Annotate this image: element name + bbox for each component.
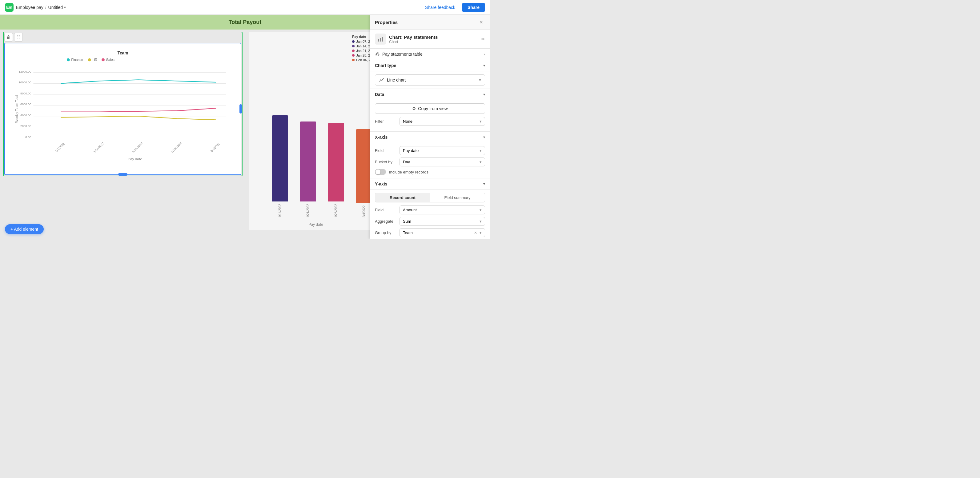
- chart-name: Chart: Pay statements: [389, 35, 438, 40]
- svg-text:1/28/2022: 1/28/2022: [170, 141, 182, 154]
- properties-panel: Properties × Chart: Pay statements: [370, 15, 490, 239]
- svg-text:1/14/2022: 1/14/2022: [93, 141, 105, 154]
- x-axis-title: X-axis: [375, 135, 388, 140]
- empty-records-row: Include empty records: [375, 169, 485, 175]
- bucket-row: Bucket by Day ▾: [375, 157, 485, 167]
- svg-text:1/21/2022: 1/21/2022: [131, 141, 143, 154]
- svg-point-3: [88, 59, 91, 62]
- filter-dropdown-icon: ▾: [479, 119, 482, 124]
- xaxis-field-label: Field: [375, 148, 399, 153]
- chart-widget[interactable]: Team Finance HR Sales 12000.00 10000.00 …: [4, 43, 241, 175]
- aggregate-label: Aggregate: [375, 219, 399, 224]
- svg-text:0.00: 0.00: [25, 135, 32, 139]
- filter-select[interactable]: None ▾: [399, 117, 485, 126]
- app-icon: Em: [5, 3, 14, 12]
- panel-header: Properties ×: [370, 15, 490, 30]
- x-axis-section-header[interactable]: X-axis ▾: [370, 132, 490, 143]
- share-button[interactable]: Share: [462, 3, 485, 12]
- bar-item-3: 1/28/2022: [324, 123, 348, 218]
- panel-title: Properties: [375, 20, 398, 25]
- y-axis-title: Y-axis: [375, 181, 387, 186]
- edit-chart-name-button[interactable]: ✏: [481, 37, 485, 41]
- empty-records-label: Include empty records: [389, 170, 428, 175]
- svg-text:4000.00: 4000.00: [20, 113, 32, 117]
- chart-type-chevron: ▾: [483, 64, 485, 68]
- data-section-content: ⚙ Copy from view Filter None ▾: [370, 100, 490, 132]
- chart-toolbar: 🗑 ⠿: [4, 33, 241, 41]
- svg-text:2/4/2022: 2/4/2022: [210, 142, 220, 153]
- xaxis-field-chevron: ▾: [479, 148, 482, 153]
- copy-from-view-button[interactable]: ⚙ Copy from view: [375, 103, 485, 114]
- panel-close-button[interactable]: ×: [478, 19, 485, 26]
- topbar-right: Share feedback Share: [422, 3, 485, 12]
- resize-handle-bottom[interactable]: [118, 173, 127, 176]
- line-chart-svg: Team Finance HR Sales 12000.00 10000.00 …: [10, 48, 236, 170]
- empty-records-toggle[interactable]: [375, 169, 386, 175]
- chart-info-row: Chart: Pay statements Chart ✏: [370, 30, 490, 49]
- table-settings-row[interactable]: Pay statements table ›: [370, 49, 490, 60]
- svg-text:1/7/2022: 1/7/2022: [54, 142, 65, 153]
- svg-point-31: [376, 53, 378, 55]
- aggregate-chevron: ▾: [479, 219, 482, 224]
- svg-text:Pay date: Pay date: [128, 157, 142, 161]
- yaxis-field-select[interactable]: Amount ▾: [399, 205, 485, 214]
- groupby-select[interactable]: Team ✕ ▾: [399, 228, 485, 237]
- chart-type-title: Chart type: [375, 63, 396, 68]
- bar-label-1: 1/14/2022: [278, 204, 282, 218]
- bucket-select[interactable]: Day ▾: [399, 157, 485, 167]
- table-row-label: Pay statements table: [382, 52, 423, 57]
- x-axis-content: Field Pay date ▾ Bucket by Day ▾: [370, 143, 490, 178]
- chart-type-select[interactable]: Line chart ▾: [375, 75, 485, 86]
- tab-field-summary[interactable]: Field summary: [430, 193, 485, 202]
- chart-type-value: Line chart: [387, 78, 406, 83]
- filter-label: Filter: [375, 119, 399, 124]
- topbar: Em Employee pay / Untitled ▾ Share feedb…: [0, 0, 490, 15]
- xaxis-field-row: Field Pay date ▾: [375, 146, 485, 155]
- breadcrumb: Employee pay / Untitled ▾: [16, 5, 66, 10]
- svg-point-5: [102, 59, 105, 62]
- data-section-header[interactable]: Data ▾: [370, 89, 490, 100]
- svg-text:2000.00: 2000.00: [20, 124, 32, 128]
- svg-rect-28: [378, 39, 379, 41]
- groupby-clear-button[interactable]: ✕: [474, 231, 477, 235]
- svg-text:Weekly Team Total: Weekly Team Total: [15, 95, 19, 123]
- svg-text:12000.00: 12000.00: [19, 70, 32, 73]
- groupby-inner: Team: [403, 230, 413, 235]
- y-axis-section-header[interactable]: Y-axis ▾: [370, 178, 490, 190]
- groupby-chevron: ▾: [479, 230, 482, 235]
- chart-icon-box: [375, 33, 386, 44]
- breadcrumb-base[interactable]: Employee pay: [16, 5, 43, 10]
- svg-text:8000.00: 8000.00: [20, 92, 32, 95]
- groupby-label: Group by: [375, 230, 399, 235]
- bucket-value: Day: [403, 160, 410, 164]
- copy-from-view-label: Copy from view: [418, 106, 447, 111]
- y-axis-content: Record count Field summary Field Amount …: [370, 190, 490, 239]
- table-row-chevron: ›: [484, 52, 485, 57]
- chart-type-content: Line chart ▾: [370, 71, 490, 89]
- y-axis-chevron: ▾: [483, 182, 485, 186]
- gear-copy-icon: ⚙: [412, 106, 416, 111]
- svg-text:HR: HR: [93, 58, 97, 62]
- share-feedback-button[interactable]: Share feedback: [422, 3, 459, 12]
- main-canvas: Total Payout 🗑 ⠿ Team Finance HR Sales 1…: [0, 15, 490, 239]
- chart-bar-icon: [377, 36, 383, 42]
- delete-button[interactable]: 🗑: [4, 33, 13, 41]
- svg-text:Team: Team: [118, 51, 128, 56]
- svg-point-1: [67, 59, 70, 62]
- xaxis-field-select[interactable]: Pay date ▾: [399, 146, 485, 155]
- bar-label-4: 2/4/2022: [362, 205, 366, 218]
- aggregate-row: Aggregate Sum ▾: [375, 217, 485, 226]
- chart-type-section-header[interactable]: Chart type ▾: [370, 60, 490, 71]
- bucket-label: Bucket by: [375, 160, 399, 164]
- aggregate-select[interactable]: Sum ▾: [399, 217, 485, 226]
- drag-handle[interactable]: ⠿: [14, 33, 23, 41]
- add-element-button[interactable]: + Add element: [5, 224, 44, 234]
- svg-text:10000.00: 10000.00: [19, 81, 32, 84]
- tab-record-count[interactable]: Record count: [375, 193, 430, 202]
- resize-handle-right[interactable]: [239, 104, 242, 113]
- bar-item-2: 1/21/2022: [296, 122, 320, 218]
- bar-chart-inner: Pay date Jan 07, 2022 Jan 14, 2022 Jan 2…: [249, 32, 382, 230]
- breadcrumb-current[interactable]: Untitled ▾: [48, 5, 66, 10]
- chart-type-dropdown-icon: ▾: [479, 78, 481, 83]
- filter-row: Filter None ▾: [375, 117, 485, 126]
